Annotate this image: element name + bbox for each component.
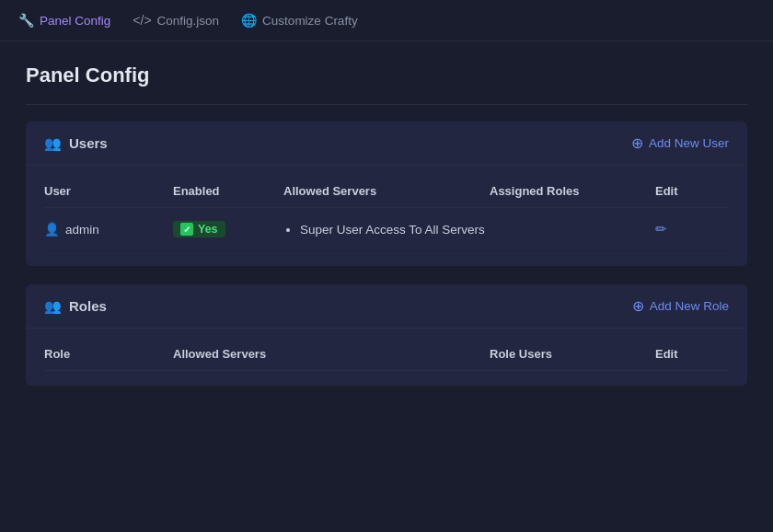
check-icon: ✓ — [180, 223, 193, 236]
col-header-role: Role — [44, 347, 173, 361]
nav-panel-config-label: Panel Config — [40, 14, 110, 28]
col-header-enabled: Enabled — [173, 184, 283, 198]
col-header-assigned-roles: Assigned Roles — [490, 184, 655, 198]
user-person-icon: 👤 — [44, 222, 60, 237]
roles-icon: 👥 — [44, 298, 62, 315]
enabled-badge: ✓ Yes — [173, 221, 225, 237]
edit-pencil-icon[interactable]: ✏ — [655, 221, 667, 237]
nav-customize-crafty[interactable]: 🌐 Customize Crafty — [241, 13, 358, 28]
plus-circle-role-icon: ⊕ — [632, 297, 644, 315]
users-icon: 👥 — [44, 135, 62, 152]
users-section-title-group: 👥 Users — [44, 135, 108, 152]
users-section-card: 👥 Users ⊕ Add New User User Enabled Allo… — [26, 121, 747, 266]
roles-table-header: Role Allowed Servers Role Users Edit — [44, 338, 729, 371]
globe-icon: 🌐 — [241, 13, 257, 28]
user-name: admin — [65, 223, 99, 237]
allowed-servers-list: Super User Access To All Servers — [283, 223, 485, 237]
user-cell: 👤 admin — [44, 222, 173, 237]
col-header-allowed-servers: Allowed Servers — [283, 184, 490, 198]
col-header-roles-allowed-servers: Allowed Servers — [173, 347, 490, 361]
roles-section-card: 👥 Roles ⊕ Add New Role Role Allowed Serv… — [26, 284, 747, 386]
col-header-edit: Edit — [655, 184, 729, 198]
enabled-text: Yes — [198, 223, 218, 236]
users-section-label: Users — [69, 135, 108, 151]
page-title: Panel Config — [26, 64, 747, 87]
divider — [26, 104, 747, 105]
wrench-icon: 🔧 — [18, 13, 34, 28]
add-new-role-label: Add New Role — [650, 299, 729, 313]
users-table: User Enabled Allowed Servers Assigned Ro… — [26, 166, 747, 266]
add-new-role-button[interactable]: ⊕ Add New Role — [632, 297, 729, 315]
users-section-header: 👥 Users ⊕ Add New User — [26, 121, 747, 166]
table-row: 👤 admin ✓ Yes Super User Access To All S… — [44, 208, 729, 251]
roles-section-label: Roles — [69, 298, 107, 314]
enabled-cell: ✓ Yes — [173, 221, 283, 237]
roles-section-header: 👥 Roles ⊕ Add New Role — [26, 284, 747, 329]
users-table-header: User Enabled Allowed Servers Assigned Ro… — [44, 175, 729, 208]
col-header-user: User — [44, 184, 173, 198]
allowed-servers-cell: Super User Access To All Servers — [283, 223, 490, 237]
plus-circle-icon: ⊕ — [631, 134, 643, 152]
edit-cell: ✏ — [655, 221, 729, 237]
add-new-user-label: Add New User — [649, 136, 729, 150]
roles-table: Role Allowed Servers Role Users Edit — [26, 329, 747, 386]
add-new-user-button[interactable]: ⊕ Add New User — [631, 134, 729, 152]
nav-config-json-label: Config.json — [157, 14, 220, 28]
nav-customize-crafty-label: Customize Crafty — [262, 14, 358, 28]
top-nav: 🔧 Panel Config </> Config.json 🌐 Customi… — [0, 0, 773, 41]
main-content: Panel Config 👥 Users ⊕ Add New User User… — [0, 41, 773, 426]
nav-config-json[interactable]: </> Config.json — [133, 13, 219, 28]
code-icon: </> — [133, 13, 151, 28]
col-header-role-users: Role Users — [490, 347, 655, 361]
col-header-roles-edit: Edit — [655, 347, 729, 361]
roles-section-title-group: 👥 Roles — [44, 298, 107, 315]
nav-panel-config[interactable]: 🔧 Panel Config — [18, 13, 110, 28]
allowed-server-item: Super User Access To All Servers — [300, 223, 485, 237]
